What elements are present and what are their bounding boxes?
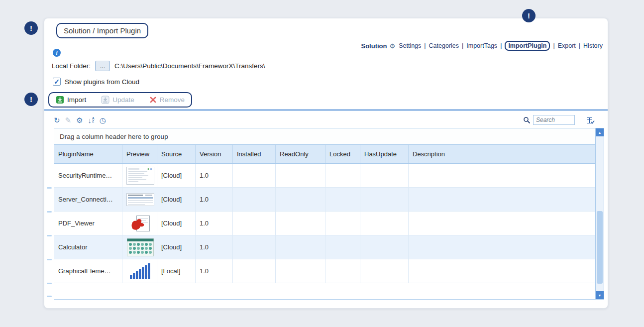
- column-header-source[interactable]: Source: [157, 145, 196, 163]
- history-icon[interactable]: ◷: [100, 116, 106, 124]
- column-header-version[interactable]: Version: [196, 145, 233, 163]
- local-folder-bar: Local Folder: ... C:\Users\Public\Docume…: [52, 61, 265, 71]
- table-row[interactable]: Calculator: [54, 235, 595, 259]
- group-by-drop-zone[interactable]: Drag a column header here to group: [54, 128, 595, 145]
- scroll-down-arrow-icon: ▼: [598, 294, 602, 297]
- gear-icon[interactable]: ⚙: [390, 42, 396, 50]
- cell-description: [409, 164, 595, 188]
- cell-source: [Cloud]: [157, 212, 196, 235]
- scroll-up-button[interactable]: ▲: [596, 128, 604, 136]
- grid-header-row: PluginName Preview Source Version Instal…: [54, 145, 595, 164]
- cell-version: 1.0: [196, 164, 233, 188]
- scroll-down-button[interactable]: ▼: [596, 291, 604, 299]
- annotation-exclamation-badge-nav: !: [522, 9, 536, 22]
- cell-preview: [122, 212, 157, 235]
- column-header-installed[interactable]: Installed: [233, 145, 276, 163]
- search-icon: [523, 116, 530, 123]
- filter-settings-icon[interactable]: ⚙: [76, 116, 83, 124]
- cell-locked: [325, 188, 360, 212]
- nav-item-importplugin[interactable]: ImportPlugin: [505, 41, 550, 51]
- column-header-readonly[interactable]: ReadOnly: [276, 145, 325, 163]
- sort-icon[interactable]: ↓ A Z: [88, 116, 95, 124]
- browse-folder-button[interactable]: ...: [95, 61, 110, 71]
- refresh-icon[interactable]: ↻: [54, 116, 60, 124]
- row-boundary-tick: [47, 283, 52, 284]
- blue-divider: [44, 109, 608, 110]
- column-header-pluginname[interactable]: PluginName: [54, 145, 122, 163]
- cell-hasupdate: [360, 259, 409, 283]
- column-header-locked[interactable]: Locked: [325, 145, 360, 163]
- solution-menu: Solution ⚙ Settings Categories ImportTag…: [361, 41, 603, 51]
- cell-version: 1.0: [196, 212, 233, 235]
- table-row[interactable]: GraphicalEleme… [Local] 1.0: [54, 259, 595, 283]
- remove-button-label: Remove: [160, 96, 185, 104]
- cell-installed: [233, 259, 276, 283]
- row-boundary-tick: [47, 187, 52, 189]
- page-title-text: Solution / Import Plugin: [64, 26, 141, 35]
- page-title: Solution / Import Plugin: [56, 23, 148, 38]
- cell-pluginname: Server_Connecti…: [54, 188, 122, 212]
- table-row[interactable]: Server_Connecti… [Cloud] 1.: [54, 188, 595, 212]
- plugin-grid: Drag a column header here to group Plugi…: [54, 128, 604, 300]
- info-icon[interactable]: i: [53, 49, 61, 57]
- nav-item-history[interactable]: History: [583, 42, 603, 49]
- calculator-preview: [127, 238, 154, 256]
- cell-locked: [325, 235, 360, 259]
- row-boundary-tick: [47, 259, 52, 260]
- nav-item-importtags[interactable]: ImportTags: [466, 42, 497, 49]
- cell-description: [409, 235, 595, 259]
- cell-locked: [325, 212, 360, 235]
- cell-locked: [325, 259, 360, 283]
- cell-hasupdate: [360, 212, 409, 235]
- cell-pluginname: SecurityRuntime…: [54, 164, 122, 188]
- grid-toolbar: ↻ ✎ ⚙ ↓ A Z ◷: [54, 113, 596, 126]
- cell-hasupdate: [360, 235, 409, 259]
- update-icon: [101, 96, 109, 104]
- search-input[interactable]: [533, 115, 575, 125]
- table-row[interactable]: PDF_Viewer [Cloud] 1.0: [54, 212, 595, 235]
- plugin-grid-content: Drag a column header here to group Plugi…: [54, 128, 596, 300]
- cell-source: [Cloud]: [157, 164, 196, 188]
- info-icon-glyph: i: [56, 50, 57, 56]
- cell-readonly: [276, 259, 325, 283]
- checkbox-checked-icon[interactable]: ✓: [53, 78, 61, 86]
- cell-source: [Local]: [157, 259, 196, 283]
- cell-pluginname: GraphicalEleme…: [54, 259, 122, 283]
- search-area: [523, 115, 596, 125]
- nav-item-settings[interactable]: Settings: [399, 42, 421, 49]
- annotation-exclamation-badge-toolbar: !: [24, 93, 38, 106]
- update-button[interactable]: Update: [101, 96, 134, 104]
- local-folder-label: Local Folder:: [52, 62, 91, 70]
- show-cloud-plugins-label: Show plugins from Cloud: [65, 78, 139, 86]
- cell-source: [Cloud]: [157, 188, 196, 212]
- nav-item-categories[interactable]: Categories: [429, 42, 459, 49]
- cell-version: 1.0: [196, 259, 233, 283]
- sort-z-glyph: Z: [92, 120, 95, 123]
- column-header-hasupdate[interactable]: HasUpdate: [360, 145, 409, 163]
- remove-button[interactable]: Remove: [149, 96, 185, 104]
- nav-item-export[interactable]: Export: [558, 42, 576, 49]
- cell-preview: [122, 164, 157, 188]
- column-chooser-icon[interactable]: [586, 115, 595, 125]
- cell-description: [409, 212, 595, 235]
- cell-readonly: [276, 188, 325, 212]
- remove-icon: [149, 96, 157, 104]
- cell-pluginname: Calculator: [54, 235, 122, 259]
- cell-readonly: [276, 164, 325, 188]
- show-cloud-plugins-option[interactable]: ✓ Show plugins from Cloud: [53, 78, 139, 86]
- column-header-description[interactable]: Description: [409, 145, 595, 163]
- cell-version: 1.0: [196, 235, 233, 259]
- cell-installed: [233, 188, 276, 212]
- row-boundary-tick: [47, 211, 52, 213]
- cell-readonly: [276, 212, 325, 235]
- nav-solution-root[interactable]: Solution: [361, 42, 387, 50]
- plugin-actions-toolbar: Import Update Remove: [48, 92, 192, 108]
- table-row[interactable]: SecurityRuntime…: [54, 164, 595, 188]
- edit-icon[interactable]: ✎: [65, 116, 72, 124]
- import-plugin-panel: Solution / Import Plugin Solution ⚙ Sett…: [44, 18, 608, 309]
- import-button[interactable]: Import: [56, 96, 86, 104]
- cell-preview: [122, 188, 157, 212]
- column-header-preview[interactable]: Preview: [122, 145, 157, 163]
- vertical-scrollbar[interactable]: ▲ ▼: [596, 128, 604, 300]
- scrollbar-thumb[interactable]: [597, 211, 603, 284]
